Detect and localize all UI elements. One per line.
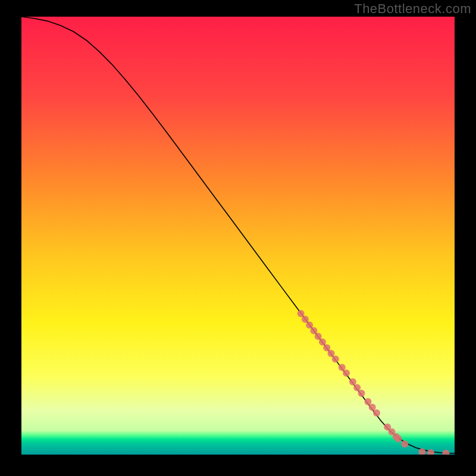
scatter-point <box>349 378 356 386</box>
scatter-point <box>310 327 317 334</box>
scatter-point <box>369 404 376 411</box>
scatter-point <box>358 390 365 397</box>
scatter-point <box>319 339 326 346</box>
scatter-point <box>353 384 361 391</box>
scatter-point <box>298 310 305 317</box>
watermark-text: TheBottleneck.com <box>354 1 471 17</box>
scatter-point <box>332 356 339 363</box>
chart-svg <box>21 17 455 455</box>
scatter-point <box>373 409 380 416</box>
scatter-point <box>343 369 350 377</box>
scatter-point <box>394 436 402 443</box>
scatter-point <box>401 440 408 447</box>
chart-container: TheBottleneck.com <box>0 0 476 476</box>
gradient-background <box>21 17 455 455</box>
scatter-point <box>306 321 313 328</box>
scatter-point <box>364 398 371 405</box>
scatter-point <box>315 333 322 340</box>
scatter-point <box>323 344 330 351</box>
scatter-point <box>339 364 346 371</box>
scatter-point <box>302 316 309 323</box>
plot-area <box>21 17 455 455</box>
scatter-point <box>328 350 335 357</box>
